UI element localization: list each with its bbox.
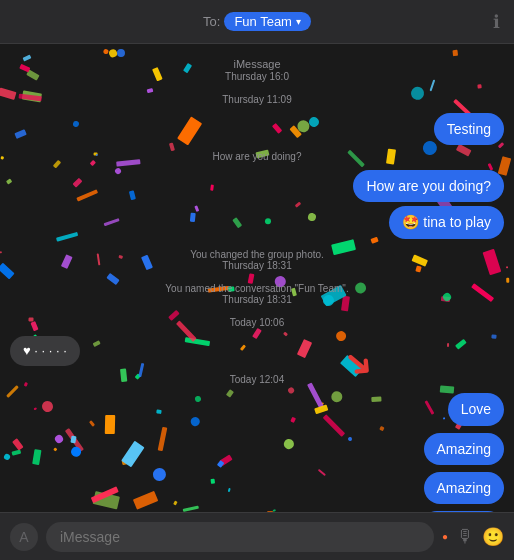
bottom-bar: A ● 🎙 🙂	[0, 512, 514, 560]
system-label-imessage: iMessageThursday 16:0	[10, 58, 504, 82]
message-row-amazing2: Amazing	[10, 472, 504, 504]
bubble-testing: Testing	[434, 113, 504, 145]
bubble-tina: 🤩 tina to play	[389, 206, 504, 238]
messages-bottom: Love Amazing Amazing Congrats	[10, 391, 504, 512]
bottom-icons: ● 🎙 🙂	[442, 526, 504, 548]
to-label: To:	[203, 14, 220, 29]
message-row-tapback: ♥ · · · · ·	[10, 336, 504, 367]
bubble-amazing2: Amazing	[424, 472, 504, 504]
message-input[interactable]	[46, 522, 434, 552]
system-today-1204: Today 12:04	[10, 374, 504, 385]
emoji-icon[interactable]: 🙂	[482, 526, 504, 548]
recipient-name: Fun Team	[234, 14, 292, 29]
app-button[interactable]: A	[10, 523, 38, 551]
bubble-amazing1: Amazing	[424, 433, 504, 465]
system-label-thursday: Thursday 11:09	[10, 94, 504, 105]
system-changed-photo: You changed the group photo.Thursday 18:…	[10, 249, 504, 271]
system-label-today-early: How are you doing?	[10, 151, 504, 162]
dot-indicator: ●	[442, 531, 448, 542]
message-row-love: Love	[10, 393, 504, 425]
bubble-how-are-you: How are you doing?	[353, 170, 504, 202]
chat-area: iMessageThursday 16:0 Thursday 11:09 Tes…	[0, 44, 514, 512]
messages-overlay: iMessageThursday 16:0 Thursday 11:09 Tes…	[0, 44, 514, 512]
recipient-pill[interactable]: Fun Team ▾	[224, 12, 311, 31]
info-icon[interactable]: ℹ	[493, 11, 500, 33]
message-row-tina: 🤩 tina to play	[10, 206, 504, 238]
bubble-love: Love	[448, 393, 504, 425]
system-today-1006: Today 10:06	[10, 317, 504, 328]
system-named-conversation: You named the conversation "Fun Team".Th…	[10, 283, 504, 305]
bubble-tapback: ♥ · · · · ·	[10, 336, 80, 367]
app-window: To: Fun Team ▾ ℹ iMessageThursday 16:0 T…	[0, 0, 514, 560]
audio-icon[interactable]: 🎙	[456, 526, 474, 547]
message-row-amazing1: Amazing	[10, 433, 504, 465]
message-row-testing: Testing	[10, 113, 504, 145]
chevron-down-icon: ▾	[296, 16, 301, 27]
message-row-how-are-you: How are you doing?	[10, 170, 504, 202]
header: To: Fun Team ▾ ℹ	[0, 0, 514, 44]
